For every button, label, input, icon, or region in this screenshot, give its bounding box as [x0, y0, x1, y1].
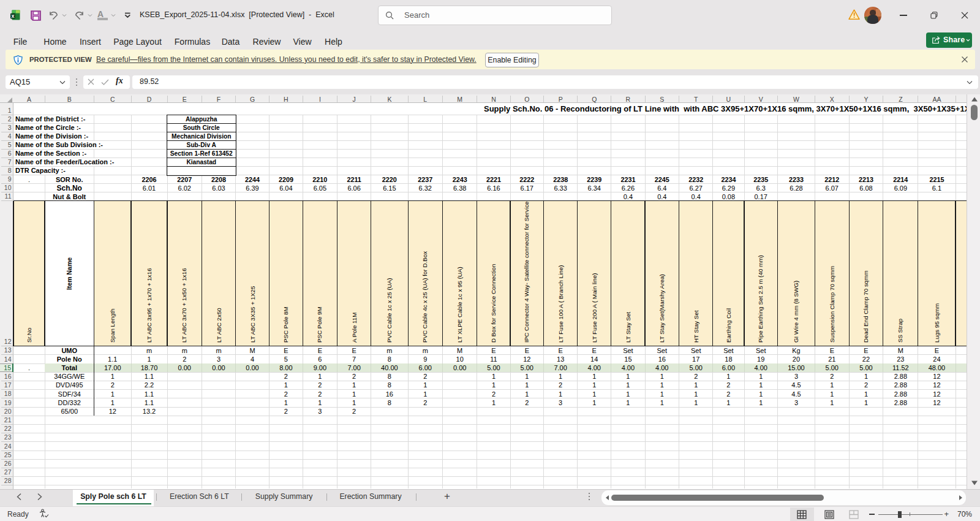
svg-text:x: x: [11, 12, 14, 18]
